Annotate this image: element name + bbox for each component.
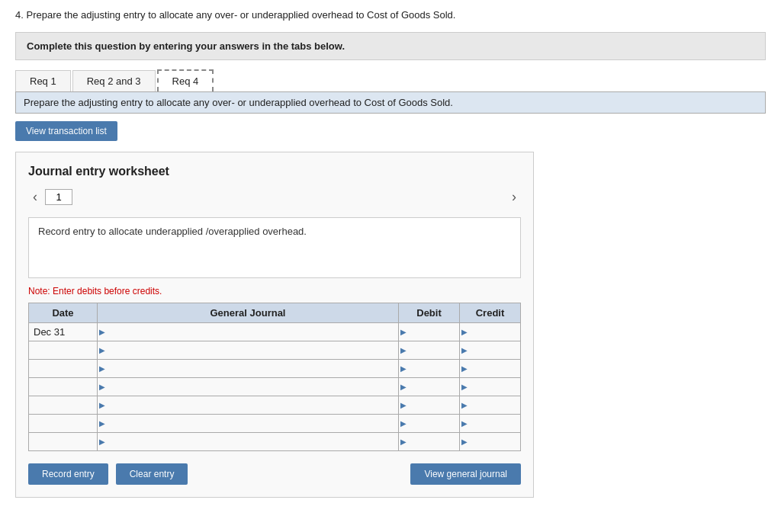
debit-input-1[interactable] xyxy=(402,345,456,356)
view-general-journal-button[interactable]: View general journal xyxy=(410,463,521,485)
table-row: ▶▶▶ xyxy=(29,414,521,432)
header-date: Date xyxy=(29,303,98,322)
table-row: ▶▶▶ xyxy=(29,377,521,396)
debit-arrow-icon-4: ▶ xyxy=(400,401,407,409)
view-general-journal-label: View general journal xyxy=(424,469,507,479)
debit-cell-0[interactable]: ▶ xyxy=(399,322,460,341)
tabs-area: Req 1 Req 2 and 3 Req 4 xyxy=(15,69,766,92)
record-entry-label: Record entry xyxy=(42,469,95,479)
worksheet-box: Journal entry worksheet ‹ › Record entry… xyxy=(15,152,534,498)
journal-arrow-icon-6: ▶ xyxy=(99,437,105,446)
journal-arrow-icon-3: ▶ xyxy=(99,383,105,391)
tab-req4[interactable]: Req 4 xyxy=(157,69,214,91)
note-text: Note: Enter debits before credits. xyxy=(28,286,521,296)
date-cell-2 xyxy=(29,359,98,377)
journal-cell-5[interactable]: ▶ xyxy=(98,414,399,432)
credit-cell-4[interactable]: ▶ xyxy=(460,396,521,414)
question-number: 4. xyxy=(15,9,24,21)
record-description: Record entry to allocate underapplied /o… xyxy=(28,217,521,278)
complete-box-text: Complete this question by entering your … xyxy=(27,40,345,52)
record-description-text: Record entry to allocate underapplied /o… xyxy=(38,226,307,237)
record-entry-button[interactable]: Record entry xyxy=(28,463,108,485)
journal-arrow-icon-4: ▶ xyxy=(99,401,105,409)
tab-content-header-text: Prepare the adjusting entry to allocate … xyxy=(24,97,453,108)
debit-arrow-icon-5: ▶ xyxy=(400,419,407,428)
journal-cell-3[interactable]: ▶ xyxy=(98,377,399,396)
table-row: ▶▶▶ xyxy=(29,396,521,414)
credit-arrow-icon-3: ▶ xyxy=(461,383,468,391)
credit-cell-0[interactable]: ▶ xyxy=(460,322,521,341)
debit-input-5[interactable] xyxy=(402,418,456,429)
credit-input-4[interactable] xyxy=(463,399,517,411)
journal-cell-4[interactable]: ▶ xyxy=(98,396,399,414)
journal-arrow-icon-2: ▶ xyxy=(99,364,105,373)
journal-input-0[interactable] xyxy=(101,326,395,338)
complete-box: Complete this question by entering your … xyxy=(15,32,766,60)
credit-cell-6[interactable]: ▶ xyxy=(460,432,521,450)
credit-arrow-icon-2: ▶ xyxy=(461,364,468,373)
credit-input-0[interactable] xyxy=(463,326,517,338)
debit-cell-3[interactable]: ▶ xyxy=(399,377,460,396)
nav-row: ‹ › xyxy=(28,187,521,207)
credit-input-5[interactable] xyxy=(463,418,517,429)
credit-cell-2[interactable]: ▶ xyxy=(460,359,521,377)
debit-cell-2[interactable]: ▶ xyxy=(399,359,460,377)
page-number-input[interactable] xyxy=(45,189,72,205)
credit-arrow-icon-5: ▶ xyxy=(461,419,468,428)
credit-arrow-icon-0: ▶ xyxy=(461,328,468,336)
debit-input-6[interactable] xyxy=(402,436,456,447)
debit-arrow-icon-1: ▶ xyxy=(400,346,407,354)
debit-arrow-icon-6: ▶ xyxy=(400,437,407,446)
worksheet-title: Journal entry worksheet xyxy=(28,165,521,178)
debit-input-0[interactable] xyxy=(402,326,456,338)
prev-arrow-button[interactable]: ‹ xyxy=(28,187,42,207)
journal-arrow-icon-1: ▶ xyxy=(99,346,105,354)
journal-input-6[interactable] xyxy=(101,436,395,447)
debit-cell-6[interactable]: ▶ xyxy=(399,432,460,450)
journal-input-4[interactable] xyxy=(101,399,395,411)
credit-input-1[interactable] xyxy=(463,345,517,356)
debit-arrow-icon-2: ▶ xyxy=(400,364,407,373)
journal-input-3[interactable] xyxy=(101,381,395,393)
journal-cell-1[interactable]: ▶ xyxy=(98,341,399,359)
credit-cell-5[interactable]: ▶ xyxy=(460,414,521,432)
debit-cell-1[interactable]: ▶ xyxy=(399,341,460,359)
date-cell-5 xyxy=(29,414,98,432)
next-arrow-button[interactable]: › xyxy=(507,187,521,207)
tab-req2and3[interactable]: Req 2 and 3 xyxy=(72,70,156,91)
journal-arrow-icon-5: ▶ xyxy=(99,419,105,428)
tab-req2and3-label: Req 2 and 3 xyxy=(87,75,141,87)
journal-cell-6[interactable]: ▶ xyxy=(98,432,399,450)
bottom-buttons: Record entry Clear entry View general jo… xyxy=(28,463,521,485)
tab-req4-label: Req 4 xyxy=(172,75,199,87)
date-cell-3 xyxy=(29,377,98,396)
credit-cell-3[interactable]: ▶ xyxy=(460,377,521,396)
table-row: ▶▶▶ xyxy=(29,341,521,359)
debit-arrow-icon-3: ▶ xyxy=(400,383,407,391)
tab-content-header: Prepare the adjusting entry to allocate … xyxy=(15,92,766,114)
tab-req1-label: Req 1 xyxy=(30,75,56,87)
clear-entry-button[interactable]: Clear entry xyxy=(116,463,188,485)
credit-arrow-icon-4: ▶ xyxy=(461,401,468,409)
credit-input-6[interactable] xyxy=(463,436,517,447)
journal-input-1[interactable] xyxy=(101,345,395,356)
header-debit: Debit xyxy=(399,303,460,322)
journal-cell-0[interactable]: ▶ xyxy=(98,322,399,341)
credit-input-3[interactable] xyxy=(463,381,517,393)
journal-arrow-icon-0: ▶ xyxy=(99,328,105,336)
table-row: Dec 31▶▶▶ xyxy=(29,322,521,341)
journal-cell-2[interactable]: ▶ xyxy=(98,359,399,377)
journal-input-2[interactable] xyxy=(101,363,395,374)
tab-req1[interactable]: Req 1 xyxy=(15,70,71,91)
debit-input-3[interactable] xyxy=(402,381,456,393)
credit-cell-1[interactable]: ▶ xyxy=(460,341,521,359)
question-header: 4. Prepare the adjusting entry to alloca… xyxy=(15,8,766,23)
credit-input-2[interactable] xyxy=(463,363,517,374)
debit-cell-4[interactable]: ▶ xyxy=(399,396,460,414)
view-transaction-label: View transaction list xyxy=(26,126,107,136)
debit-input-2[interactable] xyxy=(402,363,456,374)
debit-input-4[interactable] xyxy=(402,399,456,411)
debit-cell-5[interactable]: ▶ xyxy=(399,414,460,432)
journal-input-5[interactable] xyxy=(101,418,395,429)
view-transaction-button[interactable]: View transaction list xyxy=(15,121,117,141)
